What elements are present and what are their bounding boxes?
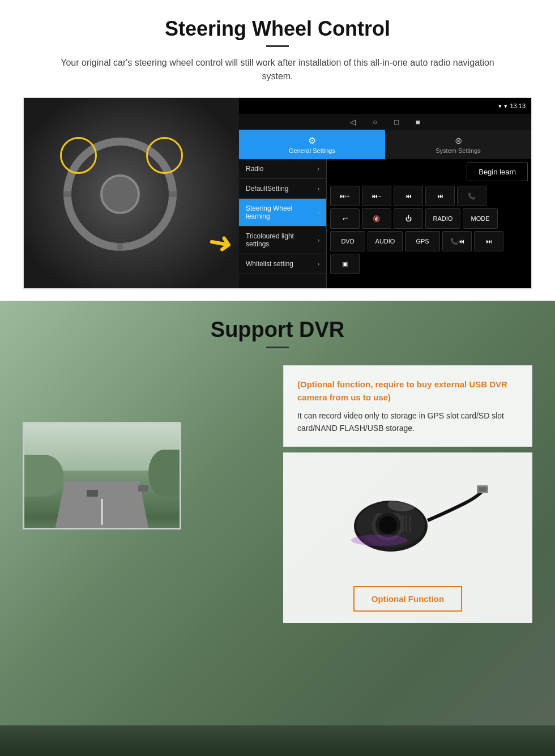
vol-down-btn[interactable]: ⏮− — [362, 186, 391, 206]
svg-rect-8 — [409, 515, 411, 532]
call-btn[interactable]: 📞 — [457, 186, 486, 206]
menu-whitelist-label: Whitelist setting — [246, 260, 293, 268]
call-next-btn[interactable]: ⏭ — [474, 231, 503, 251]
android-statusbar: ▾ ▾ 13:13 — [239, 98, 531, 114]
dvr-thumbnail — [23, 422, 181, 529]
power-btn[interactable]: ⏻ — [394, 208, 423, 229]
controls-row-1: ⏭+ ⏮− ⏮ ⏭ 📞 — [330, 186, 528, 206]
svg-rect-6 — [402, 515, 404, 532]
bottom-car-interior — [0, 725, 555, 756]
prev-btn[interactable]: ⏮ — [394, 186, 423, 206]
controls-grid: ⏭+ ⏮− ⏮ ⏭ 📞 ↩ 🔇 ⏻ RADIO MODE — [330, 186, 528, 274]
dvr-description: It can record video only to storage in G… — [297, 409, 518, 435]
dvr-left — [23, 365, 266, 546]
dvr-optional-text: (Optional function, require to buy exter… — [297, 378, 518, 404]
title-divider — [266, 45, 289, 47]
signal-icon: ▾ — [504, 102, 507, 110]
dvr-thumb-inner — [24, 424, 180, 528]
tab-system-label: System Settings — [436, 147, 480, 154]
dvd-btn[interactable]: DVD — [330, 231, 365, 251]
dvr-camera-image — [323, 464, 493, 566]
statusbar-icons: ▾ ▾ 13:13 — [498, 102, 526, 110]
vol-up-btn[interactable]: ⏭+ — [330, 186, 360, 206]
tab-general-label: General Settings — [289, 147, 335, 154]
menu-steering-label: Steering Wheel learning — [246, 204, 318, 220]
controls-row-4: ▣ — [330, 254, 528, 274]
steering-section: Steering Wheel Control Your original car… — [0, 0, 555, 301]
android-body: Radio › DefaultSetting › Steering Wheel … — [239, 159, 531, 288]
menu-radio-label: Radio — [246, 165, 263, 173]
android-nav: ◁ ○ □ ■ — [239, 114, 531, 130]
dvr-section: Support DVR — [0, 301, 555, 725]
chevron-icon-3: › — [318, 210, 319, 216]
android-tabs: ⚙ General Settings ⊗ System Settings — [239, 130, 531, 159]
optional-function-button[interactable]: Optional Function — [353, 586, 462, 612]
chevron-icon-5: › — [318, 261, 319, 267]
menu-radio[interactable]: Radio › — [239, 159, 326, 179]
dvr-title: Support DVR — [23, 318, 532, 342]
menu-steering-learning[interactable]: Steering Wheel learning › — [239, 199, 326, 227]
chevron-icon-2: › — [318, 186, 319, 192]
controls-row-3: DVD AUDIO GPS 📞⏮ ⏭ — [330, 231, 528, 251]
menu-tricoloured-label: Tricoloured light settings — [246, 232, 318, 248]
tab-general-settings[interactable]: ⚙ General Settings — [239, 130, 385, 159]
begin-learn-button[interactable]: Begin learn — [467, 163, 528, 181]
svg-point-12 — [388, 498, 416, 511]
menu-whitelist[interactable]: Whitelist setting › — [239, 254, 326, 274]
time-display: 13:13 — [510, 102, 526, 109]
mute-btn[interactable]: 🔇 — [362, 208, 391, 229]
nav-menu[interactable]: ■ — [416, 118, 420, 126]
steering-title: Steering Wheel Control — [23, 17, 532, 41]
dvr-camera-area — [283, 452, 532, 577]
dvr-lower: (Optional function, require to buy exter… — [23, 365, 532, 623]
dvr-content: Support DVR — [0, 301, 555, 623]
gear-icon: ⚙ — [308, 135, 316, 146]
svg-point-4 — [379, 516, 397, 534]
nav-home[interactable]: ○ — [373, 118, 377, 126]
radio-btn[interactable]: RADIO — [425, 208, 460, 229]
svg-rect-10 — [479, 487, 486, 492]
controls-row-2: ↩ 🔇 ⏻ RADIO MODE — [330, 208, 528, 229]
chevron-icon-4: › — [318, 237, 319, 244]
svg-point-11 — [351, 535, 408, 546]
dvr-info-card: (Optional function, require to buy exter… — [283, 365, 532, 447]
dvr-divider — [266, 347, 289, 348]
gps-btn[interactable]: GPS — [405, 231, 440, 251]
steering-controls-panel: Begin learn ⏭+ ⏮− ⏮ ⏭ 📞 ↩ — [327, 159, 531, 288]
nav-back[interactable]: ◁ — [350, 118, 356, 126]
begin-learn-row: Begin learn — [330, 163, 528, 181]
media-btn[interactable]: ▣ — [330, 254, 360, 274]
steering-photo: ➜ — [24, 98, 239, 289]
next-btn[interactable]: ⏭ — [425, 186, 455, 206]
svg-rect-7 — [405, 515, 407, 532]
call-prev-btn[interactable]: 📞⏮ — [442, 231, 472, 251]
audio-btn[interactable]: AUDIO — [368, 231, 403, 251]
menu-defaultsetting[interactable]: DefaultSetting › — [239, 179, 326, 199]
nav-recent[interactable]: □ — [394, 118, 399, 126]
menu-tricoloured[interactable]: Tricoloured light settings › — [239, 227, 326, 254]
optional-function-row: Optional Function — [283, 577, 532, 623]
steering-subtitle: Your original car's steering wheel contr… — [45, 56, 510, 83]
tab-system-settings[interactable]: ⊗ System Settings — [385, 130, 531, 159]
chevron-icon: › — [318, 166, 319, 172]
mode-btn[interactable]: MODE — [463, 208, 498, 229]
dvr-right: (Optional function, require to buy exter… — [283, 365, 532, 623]
settings-menu: Radio › DefaultSetting › Steering Wheel … — [239, 159, 327, 288]
hangup-btn[interactable]: ↩ — [330, 208, 360, 229]
system-icon: ⊗ — [455, 135, 462, 146]
android-panel: ▾ ▾ 13:13 ◁ ○ □ ■ ⚙ General Settings ⊗ — [239, 98, 531, 288]
menu-default-label: DefaultSetting — [246, 185, 288, 193]
steering-demo: ➜ ▾ ▾ 13:13 ◁ ○ □ ■ ⚙ — [23, 97, 532, 289]
wifi-icon: ▾ — [498, 102, 502, 110]
